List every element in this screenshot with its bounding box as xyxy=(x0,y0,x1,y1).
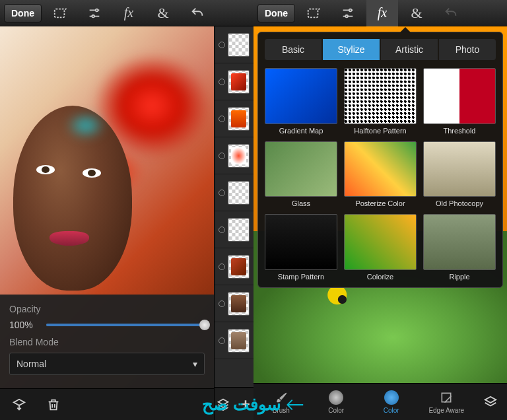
fx-name: Halftone Pattern xyxy=(354,127,407,135)
blend-mode-label: Blend Mode xyxy=(9,337,205,347)
selection-tool-icon[interactable] xyxy=(44,0,76,26)
fx-item[interactable]: Halftone Pattern xyxy=(344,68,417,135)
fx-item[interactable]: Threshold xyxy=(423,68,496,135)
svg-point-1 xyxy=(96,9,98,11)
visibility-dot-icon[interactable] xyxy=(219,116,225,122)
visibility-dot-icon[interactable] xyxy=(219,300,225,307)
effects-grid: Gradient Map Halftone Pattern Threshold … xyxy=(265,68,496,281)
fx-thumbnail xyxy=(423,141,496,197)
layer-item[interactable] xyxy=(215,322,254,359)
layers-toggle[interactable] xyxy=(474,384,507,420)
color-grey[interactable]: Color xyxy=(309,384,364,420)
effects-tabs: BasicStylizeArtisticPhoto xyxy=(265,39,496,60)
fx-icon[interactable]: fx xyxy=(113,0,145,26)
svg-point-5 xyxy=(345,15,348,17)
merge-down-icon[interactable] xyxy=(12,398,26,412)
visibility-dot-icon[interactable] xyxy=(219,190,225,196)
visibility-dot-icon[interactable] xyxy=(219,153,225,159)
blend-mode-select[interactable]: Normal ▾ xyxy=(9,353,205,375)
layer-thumbnail xyxy=(228,70,250,94)
layer-thumbnail xyxy=(228,144,250,168)
brush-label: Brush xyxy=(273,407,290,414)
svg-rect-0 xyxy=(55,9,65,17)
fx-thumbnail xyxy=(265,141,337,197)
layer-item[interactable] xyxy=(215,211,254,248)
layer-item[interactable] xyxy=(215,248,254,285)
layer-props-panel: Opacity 100% Blend Mode Normal ▾ xyxy=(0,295,214,388)
adjustments-icon[interactable] xyxy=(79,0,110,26)
layer-thumbnail xyxy=(228,218,250,242)
color-label: Color xyxy=(328,407,344,414)
fx-item[interactable]: Ripple xyxy=(423,214,496,281)
opacity-slider[interactable] xyxy=(46,324,205,326)
screen-layers: Done fx & xyxy=(0,0,254,420)
opacity-label: Opacity xyxy=(9,304,205,314)
adjustments-icon[interactable] xyxy=(332,0,364,26)
fx-thumbnail xyxy=(423,68,496,124)
layer-item[interactable] xyxy=(215,285,254,322)
fx-item[interactable]: Old Photocopy xyxy=(423,141,496,208)
fx-name: Colorize xyxy=(367,273,393,281)
trash-icon[interactable] xyxy=(46,398,61,412)
circle-icon xyxy=(384,390,399,405)
svg-point-2 xyxy=(92,15,94,17)
visibility-dot-icon[interactable] xyxy=(219,263,225,270)
edge-aware-icon xyxy=(438,390,454,405)
brush-tool[interactable]: Brush xyxy=(254,384,309,420)
blend-mode-value: Normal xyxy=(17,359,46,369)
fx-thumbnail xyxy=(344,68,417,124)
fx-item[interactable]: Stamp Pattern xyxy=(265,214,337,281)
ampersand-icon[interactable]: & xyxy=(401,0,432,26)
visibility-dot-icon[interactable] xyxy=(219,337,225,344)
fx-thumbnail xyxy=(423,214,496,270)
topbar-left: Done fx & xyxy=(0,0,254,26)
fx-tab-basic[interactable]: Basic xyxy=(265,39,321,60)
layer-item[interactable] xyxy=(215,174,254,211)
right-body: BasicStylizeArtisticPhoto Gradient Map H… xyxy=(254,26,507,383)
svg-rect-3 xyxy=(308,9,318,17)
fx-thumbnail xyxy=(344,141,417,197)
fx-tab-artistic[interactable]: Artistic xyxy=(381,39,438,60)
ampersand-icon[interactable]: & xyxy=(147,0,179,26)
left-body: Opacity 100% Blend Mode Normal ▾ xyxy=(0,26,254,420)
color-label: Color xyxy=(384,407,399,414)
layer-thumbnail xyxy=(228,292,250,316)
layer-item[interactable] xyxy=(215,137,254,174)
fx-item[interactable]: Gradient Map xyxy=(265,68,337,135)
layer-thumbnail xyxy=(228,181,250,205)
layers-sidebar-footer xyxy=(215,387,254,420)
layer-item[interactable] xyxy=(215,100,254,137)
effects-panel: BasicStylizeArtisticPhoto Gradient Map H… xyxy=(257,32,503,288)
fx-name: Gradient Map xyxy=(279,127,323,135)
opacity-value: 100% xyxy=(9,320,33,330)
undo-icon[interactable] xyxy=(435,0,467,26)
layer-item[interactable] xyxy=(215,63,254,100)
done-button[interactable]: Done xyxy=(257,4,295,22)
fx-name: Threshold xyxy=(444,127,476,135)
undo-icon[interactable] xyxy=(182,0,213,26)
layer-thumbnail xyxy=(228,33,250,57)
layer-thumbnail xyxy=(228,329,250,353)
fx-thumbnail xyxy=(265,68,337,124)
layer-item[interactable] xyxy=(215,26,254,63)
fx-tab-photo[interactable]: Photo xyxy=(439,39,496,60)
fx-tab-stylize[interactable]: Stylize xyxy=(323,39,380,60)
selection-tool-icon[interactable] xyxy=(298,0,329,26)
visibility-dot-icon[interactable] xyxy=(219,79,225,85)
visibility-dot-icon[interactable] xyxy=(219,42,225,48)
layers-stack-icon[interactable] xyxy=(217,398,230,411)
layer-thumbnail xyxy=(228,107,250,131)
fx-name: Posterize Color xyxy=(355,199,405,207)
done-button[interactable]: Done xyxy=(4,4,42,22)
circle-icon xyxy=(329,390,343,405)
fx-icon[interactable]: fx xyxy=(366,0,398,26)
fx-item[interactable]: Posterize Color xyxy=(344,141,417,208)
visibility-dot-icon[interactable] xyxy=(219,227,225,233)
color-blue[interactable]: Color xyxy=(364,384,419,420)
fx-item[interactable]: Glass xyxy=(265,141,337,208)
fx-name: Ripple xyxy=(449,273,469,281)
add-layer-icon[interactable] xyxy=(239,398,252,411)
edge-aware[interactable]: Edge Aware xyxy=(419,384,475,420)
fx-name: Old Photocopy xyxy=(436,199,483,207)
fx-item[interactable]: Colorize xyxy=(344,214,417,281)
